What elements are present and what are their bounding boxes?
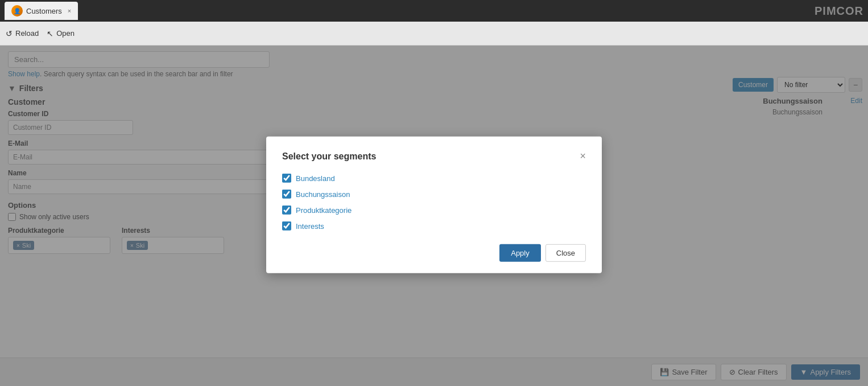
segment-item-interests[interactable]: Interests: [282, 221, 586, 231]
segment-checkbox-buchungssaison[interactable]: [282, 190, 291, 199]
modal-close-button[interactable]: ×: [580, 150, 586, 162]
segment-item-produktkategorie[interactable]: Produktkategorie: [282, 206, 586, 215]
main-content: Show help. Search query syntax can be us…: [0, 46, 868, 386]
modal-footer: Apply Close: [282, 244, 586, 262]
modal-select-segments: Select your segments × Bundesland Buchun…: [266, 137, 602, 273]
tab-close-button[interactable]: ×: [68, 7, 71, 14]
reload-icon: ↺: [6, 29, 13, 38]
cursor-icon: ↖: [47, 29, 53, 38]
open-label: Open: [56, 29, 75, 38]
modal-header: Select your segments ×: [282, 150, 586, 162]
segment-checkbox-produktkategorie[interactable]: [282, 206, 291, 215]
tab-title: Customers: [26, 7, 62, 15]
segment-label-interests: Interests: [296, 221, 324, 230]
segment-label-bundesland: Bundesland: [296, 174, 335, 182]
reload-label: Reload: [15, 29, 39, 38]
open-button[interactable]: ↖ Open: [47, 29, 75, 38]
toolbar: ↺ Reload ↖ Open: [0, 22, 868, 46]
modal-body: Bundesland Buchungssaison Produktkategor…: [282, 174, 586, 231]
tab-bar: 👤 Customers × PIMCOR: [0, 0, 868, 22]
tab-avatar: 👤: [11, 5, 23, 17]
modal-apply-button[interactable]: Apply: [499, 244, 541, 262]
segment-checkbox-interests[interactable]: [282, 221, 291, 231]
brand-logo: PIMCOR: [815, 5, 863, 18]
modal-title: Select your segments: [282, 151, 376, 161]
segment-checkbox-bundesland[interactable]: [282, 174, 291, 183]
customers-tab[interactable]: 👤 Customers ×: [5, 2, 78, 20]
segment-label-buchungssaison: Buchungssaison: [296, 190, 350, 198]
segment-item-bundesland[interactable]: Bundesland: [282, 174, 586, 183]
segment-label-produktkategorie: Produktkategorie: [296, 206, 352, 214]
reload-button[interactable]: ↺ Reload: [6, 29, 39, 38]
modal-close-btn[interactable]: Close: [545, 244, 586, 262]
segment-item-buchungssaison[interactable]: Buchungssaison: [282, 190, 586, 199]
